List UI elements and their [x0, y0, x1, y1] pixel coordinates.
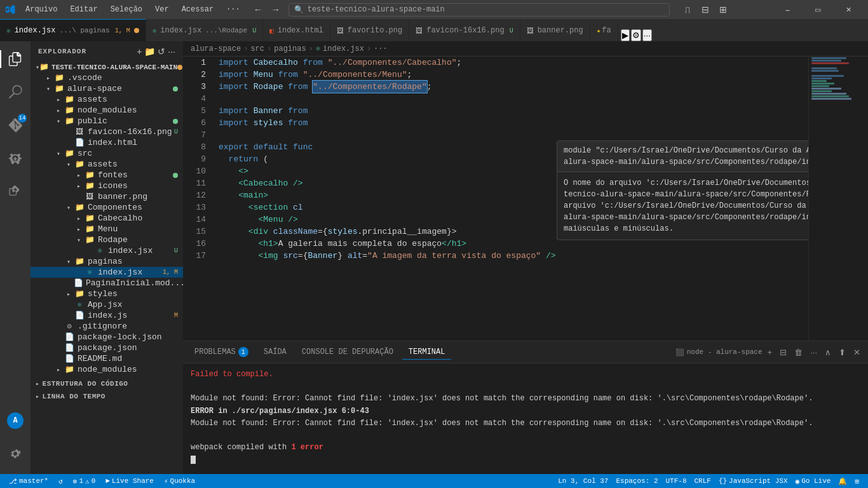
tree-node-modules-2[interactable]: ▸ 📁 node_modules: [31, 364, 183, 375]
status-language[interactable]: {} JavaScript JSX: [715, 474, 792, 488]
tree-rodape-index[interactable]: ⚛ index.jsx U: [31, 245, 183, 256]
activity-git[interactable]: 14: [0, 110, 31, 140]
activity-accounts[interactable]: A: [0, 405, 31, 436]
activity-debug[interactable]: [0, 143, 31, 173]
activity-settings[interactable]: [0, 438, 31, 469]
code-content[interactable]: import Cabecalho from "../Componentes/Ca…: [214, 57, 808, 341]
tree-index-js[interactable]: 📄 index.js M: [31, 310, 183, 321]
tab-special[interactable]: ✦ fa: [590, 19, 618, 41]
breadcrumb-item[interactable]: alura-space: [191, 44, 241, 53]
editor-layout-button[interactable]: ⊞: [715, 2, 731, 17]
new-folder-button[interactable]: 📁: [144, 46, 155, 57]
breadcrumb-item[interactable]: ···: [374, 44, 388, 53]
status-spaces[interactable]: Espaços: 2: [612, 474, 661, 488]
run-button[interactable]: ▶: [621, 29, 630, 41]
maximize-button[interactable]: ▭: [803, 0, 832, 19]
minimize-button[interactable]: ‒: [773, 0, 802, 19]
menu-selecao[interactable]: Seleção: [105, 4, 147, 15]
activity-search[interactable]: [0, 77, 31, 107]
tab-favorito-png[interactable]: 🖼 favorito.png: [330, 19, 409, 41]
status-line-ending[interactable]: CRLF: [691, 474, 715, 488]
tab-favicon-png[interactable]: 🖼 favicon-16x16.png U: [409, 19, 520, 41]
tree-alura-space[interactable]: ▾ 📁 alura-space: [31, 83, 183, 94]
breadcrumb-item[interactable]: paginas: [274, 44, 306, 53]
refresh-button[interactable]: ↺: [158, 46, 165, 57]
menu-editar[interactable]: Editar: [65, 4, 102, 15]
tree-index-html[interactable]: 📄 index.html: [31, 137, 183, 148]
tree-readme[interactable]: 📄 README.md: [31, 353, 183, 364]
status-git-branch[interactable]: ⎇ master*: [5, 474, 52, 488]
status-bell[interactable]: 🔔: [834, 474, 851, 488]
terminal-content[interactable]: Failed to compile. Module not found: Err…: [183, 363, 868, 474]
panel-maximize-button[interactable]: ⬆: [836, 346, 848, 358]
menu-more[interactable]: ···: [221, 4, 245, 15]
terminal-trash-button[interactable]: 🗑: [792, 346, 805, 358]
structure-section[interactable]: ▸ ESTRUTURA DO CÓDIGO: [31, 377, 183, 390]
status-go-live[interactable]: ◉ Go Live: [792, 474, 835, 488]
tree-paginas-index[interactable]: ⚛ index.jsx 1, M: [31, 267, 183, 278]
timeline-section[interactable]: ▸ LINHA DO TEMPO: [31, 390, 183, 403]
panel-up-button[interactable]: ∧: [822, 346, 834, 358]
tab-index-jsx-paginas[interactable]: ⚛ index.jsx ...\ paginas 1, M: [0, 19, 146, 41]
forward-button[interactable]: →: [268, 2, 283, 17]
tree-node-modules[interactable]: ▸ 📁 node_modules: [31, 105, 183, 116]
status-quokka[interactable]: ⚡ Quokka: [160, 474, 199, 488]
tab-banner-png[interactable]: 🖼 banner.png: [520, 19, 590, 41]
tree-vscode[interactable]: ▸ 📁 .vscode: [31, 72, 183, 83]
tree-banner-png[interactable]: 🖼 banner.png: [31, 191, 183, 202]
tree-gitignore[interactable]: ⚙ .gitignore: [31, 321, 183, 332]
tree-src-assets[interactable]: ▾ 📁 assets: [31, 159, 183, 170]
tree-cabecalho[interactable]: ▸ 📁 Cabecalho: [31, 213, 183, 224]
tree-public[interactable]: ▾ 📁 public: [31, 116, 183, 126]
debug-button[interactable]: ⚙: [631, 29, 641, 41]
panel-tab-debug-console[interactable]: CONSOLE DE DEPURAÇÃO: [295, 345, 400, 359]
tab-index-jsx-rodape[interactable]: ⚛ index.jsx ...\Rodape U: [146, 19, 263, 41]
back-button[interactable]: ←: [250, 2, 266, 17]
status-ln-col[interactable]: Ln 3, Col 37: [554, 474, 612, 488]
terminal-plus-button[interactable]: +: [765, 346, 775, 358]
search-bar[interactable]: 🔍 teste-tecnico-alura-space-main: [288, 3, 670, 17]
tree-componentes[interactable]: ▾ 📁 Componentes: [31, 202, 183, 213]
panel-more-button[interactable]: ···: [808, 346, 820, 358]
more-button[interactable]: ···: [642, 29, 652, 41]
tree-package-lock[interactable]: 📄 package-lock.json: [31, 332, 183, 342]
panel-tab-problems[interactable]: PROBLEMAS 1: [188, 344, 255, 360]
status-errors[interactable]: ⊗ 1 ⚠ 0: [69, 474, 99, 488]
panel-close-button[interactable]: ✕: [851, 346, 863, 358]
menu-arquivo[interactable]: Arquivo: [20, 4, 62, 15]
activity-explorer[interactable]: [0, 44, 31, 74]
tree-favicon-png[interactable]: 🖼 favicon-16x16.png U: [31, 126, 183, 137]
tree-app-jsx[interactable]: ⚛ App.jsx: [31, 299, 183, 310]
sidebar-more-button[interactable]: ···: [168, 46, 175, 57]
close-button[interactable]: ✕: [834, 0, 863, 19]
panel-tab-terminal[interactable]: TERMINAL: [402, 345, 452, 360]
layout-toggle-button[interactable]: ⊟: [698, 2, 713, 17]
tree-src[interactable]: ▾ 📁 src: [31, 148, 183, 159]
tree-root[interactable]: ▾ 📁 TESTE-TECNICO-ALURA-SPACE-MAIN: [31, 62, 183, 72]
new-file-button[interactable]: +: [137, 46, 142, 57]
breadcrumb-item[interactable]: index.jsx: [323, 44, 364, 53]
status-encoding[interactable]: UTF-8: [661, 474, 690, 488]
sidebar-toggle-button[interactable]: ⎍: [680, 2, 695, 17]
breadcrumb-item[interactable]: src: [250, 44, 264, 53]
tree-assets[interactable]: ▸ 📁 assets: [31, 94, 183, 105]
terminal-split-button[interactable]: ⊟: [777, 346, 789, 358]
panel-tab-output[interactable]: SAÍDA: [257, 345, 293, 359]
status-layout[interactable]: ⊞: [851, 474, 863, 488]
minimap-line: [811, 85, 829, 87]
status-sync[interactable]: ↺: [55, 474, 67, 488]
activity-extensions[interactable]: [0, 176, 31, 207]
tab-index-html[interactable]: ◧ index.html: [263, 19, 330, 41]
menu-ver[interactable]: Ver: [150, 4, 174, 15]
tree-icones[interactable]: ▸ 📁 icones: [31, 180, 183, 191]
scrollbar[interactable]: [859, 57, 868, 341]
tree-paginas[interactable]: ▾ 📁 paginas: [31, 256, 183, 267]
status-live-share[interactable]: ► Live Share: [102, 474, 158, 488]
tree-styles[interactable]: ▸ 📁 styles: [31, 288, 183, 299]
tree-menu[interactable]: ▸ 📁 Menu: [31, 224, 183, 234]
tree-rodape[interactable]: ▾ 📁 Rodape: [31, 234, 183, 245]
tree-pagina-inicial[interactable]: 📄 PaginaInicial.mod... M: [31, 278, 183, 288]
menu-acessar[interactable]: Acessar: [177, 4, 219, 15]
tree-package-json[interactable]: 📄 package.json: [31, 342, 183, 353]
tree-fontes[interactable]: ▸ 📁 fontes: [31, 170, 183, 180]
